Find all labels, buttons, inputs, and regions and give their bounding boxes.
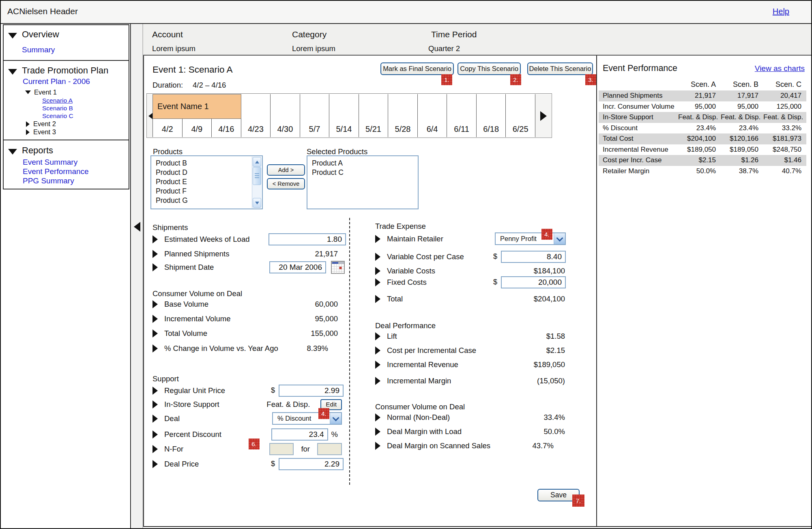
expand-icon[interactable]: [26, 121, 30, 127]
copy-scenario-button[interactable]: Copy This Scenario: [458, 62, 521, 75]
deal-type-select[interactable]: % Discount: [272, 412, 342, 425]
timeline-event-bar[interactable]: Event Name 1: [153, 94, 241, 119]
timeline-cell: 5/21: [359, 94, 389, 137]
remove-product-button[interactable]: < Remove: [267, 178, 305, 189]
tree-item-event1[interactable]: Event 1: [25, 88, 57, 96]
row-bullet-icon: [375, 267, 380, 275]
tree-item-event3[interactable]: Event 3: [26, 128, 56, 136]
add-product-button[interactable]: Add >: [267, 164, 305, 176]
calendar-icon[interactable]: [331, 261, 345, 274]
list-item[interactable]: Product A: [307, 159, 418, 168]
scroll-down-icon[interactable]: [253, 198, 261, 208]
annotation-badge-4: 4.: [318, 408, 329, 419]
percent-discount-input[interactable]: [271, 428, 328, 441]
percent-discount-row: Percent Discount %: [153, 428, 338, 440]
sidebar-item-scenario-a[interactable]: Scenario A: [42, 97, 73, 104]
list-item[interactable]: Product E: [151, 177, 262, 187]
view-as-charts-link[interactable]: View as charts: [755, 64, 805, 73]
tree-event3-label: Event 3: [33, 128, 56, 136]
timeline-cell: 6/25: [506, 94, 535, 137]
deal-performance-title: Deal Performance: [375, 321, 436, 330]
tree-event1-label: Event 1: [34, 88, 57, 96]
row-bullet-icon: [375, 413, 380, 421]
time-period-label: Time Period: [431, 30, 477, 39]
planned-shipments-value: 21,917: [315, 249, 338, 258]
incremental-revenue-row: Incremental Revenue $189,050: [375, 359, 565, 370]
sidebar-overview-label: Overview: [22, 29, 59, 40]
column-divider: [349, 218, 350, 485]
section-expand-icon[interactable]: [8, 149, 17, 155]
shipments-title: Shipments: [153, 223, 188, 232]
list-item[interactable]: Product G: [151, 196, 262, 205]
column-header: Scen. B: [721, 80, 763, 89]
incremental-revenue-value: $189,050: [534, 360, 565, 369]
sidebar-item-scenario-c[interactable]: Scenario C: [42, 112, 73, 120]
scroll-up-icon[interactable]: [253, 157, 261, 167]
sidebar-item-scenario-b[interactable]: Scenario B: [42, 105, 73, 112]
sidebar-reports-label: Reports: [22, 145, 53, 156]
collapse-sidebar-icon[interactable]: [134, 222, 140, 232]
list-item[interactable]: Product D: [151, 168, 262, 177]
products-listbox[interactable]: Product B Product D Product E Product F …: [150, 155, 263, 209]
sidebar: Overview Summary Trade Promotion Plan Cu…: [1, 24, 131, 529]
pct-change-row: % Change in Volume vs. Year Ago 8.39%: [153, 342, 328, 355]
annotation-badge-6: 6.: [249, 439, 260, 449]
row-bullet-icon: [375, 332, 380, 340]
collapse-icon[interactable]: [25, 90, 31, 94]
list-item[interactable]: Product C: [307, 168, 418, 177]
delete-scenario-button[interactable]: Delete This Scenario: [527, 62, 593, 75]
table-row: Cost per Incr. Case $2.15 $1.26 $1.46: [599, 155, 806, 166]
maintain-retailer-row: Maintain Retailer Penny Profit: [375, 232, 566, 245]
scrollbar-thumb[interactable]: [253, 167, 261, 185]
row-bullet-icon: [375, 235, 380, 243]
table-row: Total Cost $204,100 $120,166 $181,973: [599, 133, 806, 144]
chevron-down-icon: [330, 413, 341, 424]
sidebar-item-summary[interactable]: Summary: [22, 45, 55, 54]
sidebar-item-event-performance[interactable]: Event Performance: [23, 167, 89, 176]
sidebar-item-ppg-summary[interactable]: PPG Summary: [23, 176, 74, 185]
products-scrollbar[interactable]: [252, 157, 262, 208]
deal-price-input[interactable]: [279, 458, 344, 470]
column-header: Scen. C: [763, 80, 806, 89]
nfor-for-label: for: [301, 445, 310, 454]
help-link[interactable]: Help: [773, 7, 789, 16]
tree-item-event2[interactable]: Event 2: [26, 120, 56, 128]
timeline-cell: 5/7: [300, 94, 330, 137]
event-timeline: 4/2 4/9 4/16 4/23 4/30 5/7 5/14 5/21 5/2…: [146, 93, 552, 138]
deal-margin-with-load-value: 50.0%: [544, 427, 565, 436]
list-item[interactable]: Product F: [151, 187, 262, 196]
table-row: Incremental Revenue $189,050 $189,050 $2…: [599, 144, 806, 155]
base-volume-row: Base Volume 60,000: [153, 298, 338, 310]
mark-final-scenario-button[interactable]: Mark as Final Scenario: [380, 62, 454, 75]
consumer-volume2-title: Consumer Volume on Deal: [375, 402, 465, 411]
list-item[interactable]: Product B: [151, 159, 262, 168]
app-header: ACNielsen Header Help: [1, 1, 811, 24]
expand-icon[interactable]: [26, 129, 30, 135]
event-performance-title: Event Performance: [603, 63, 677, 73]
variable-costs-value: $184,100: [534, 267, 565, 275]
account-value: Lorem ipsum: [152, 44, 195, 53]
shipment-date-input[interactable]: [269, 261, 326, 273]
tree-event2-label: Event 2: [33, 120, 56, 128]
regular-unit-price-input[interactable]: [279, 385, 344, 397]
table-row: Planned Shipments 21,917 17,917 20,417: [599, 90, 806, 101]
section-expand-icon[interactable]: [8, 69, 17, 75]
selected-products-listbox[interactable]: Product A Product C: [307, 155, 419, 209]
maintain-retailer-select[interactable]: Penny Profit: [495, 232, 566, 245]
lift-row: Lift $1.58: [375, 331, 565, 342]
scenario-panel: Event 1: Scenario A Duration: 4/2 – 4/16…: [143, 56, 596, 527]
weeks-of-load-input[interactable]: [269, 233, 346, 245]
fixed-costs-input[interactable]: [501, 276, 566, 288]
base-volume-value: 60,000: [315, 300, 338, 309]
variable-cost-per-case-input[interactable]: [501, 251, 566, 263]
scroll-right-icon[interactable]: [540, 111, 547, 121]
deal-type-row: Deal % Discount: [153, 412, 342, 425]
nfor-price-input[interactable]: [317, 443, 342, 455]
annotation-badge-1: 1.: [441, 74, 452, 85]
sidebar-item-event-summary[interactable]: Event Summary: [23, 158, 77, 167]
sidebar-item-current-plan[interactable]: Current Plan - 2006: [23, 77, 90, 86]
column-header: Scen. A: [678, 80, 721, 89]
nfor-quantity-input[interactable]: [269, 443, 294, 455]
row-bullet-icon: [153, 460, 158, 468]
section-expand-icon[interactable]: [8, 33, 17, 39]
